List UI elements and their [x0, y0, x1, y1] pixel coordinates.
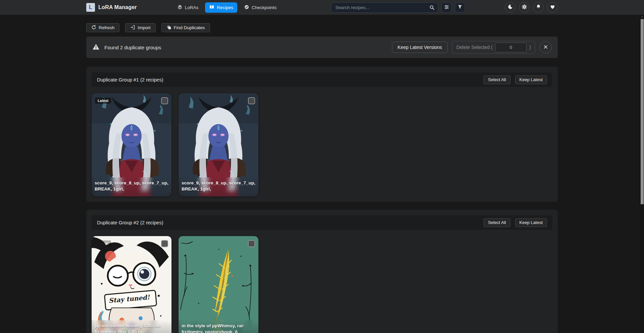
page-scrollbar[interactable]: ▲	[640, 15, 644, 333]
refresh-label: Refresh	[99, 25, 114, 30]
recipe-card[interactable]: score_9, score_8_up, score_7_up, BREAK, …	[179, 93, 258, 197]
keep-latest-versions-button[interactable]: Keep Latest Versions	[392, 42, 448, 53]
toolbar: Refresh Import Find Duplicates	[86, 23, 558, 32]
recipe-caption: score_9, score_8_up, score_7_up, BREAK, …	[179, 177, 258, 197]
delete-selected-suffix: )	[529, 45, 531, 50]
group-2-header: Duplicate Group #2 (2 recipes) Select Al…	[92, 215, 552, 230]
recipe-caption: in the style of ppWhimsy, ral-frctlgmtry…	[179, 320, 258, 333]
app-logo[interactable]: L	[86, 3, 95, 12]
group-1-title: Duplicate Group #1 (2 recipes)	[97, 77, 163, 82]
group-1-select-all-button[interactable]: Select All	[484, 75, 510, 84]
dismiss-alert-button[interactable]	[540, 41, 552, 53]
check-circle-icon	[244, 4, 249, 11]
book-icon	[209, 4, 214, 11]
notifications-button[interactable]	[533, 2, 544, 13]
top-nav: L LoRA Manager LoRAs Recipes Checkpoints	[0, 0, 644, 15]
group-1-header: Duplicate Group #1 (2 recipes) Select Al…	[92, 72, 552, 87]
group-2-select-all-button[interactable]: Select All	[484, 218, 510, 227]
latest-badge: Latest	[95, 240, 111, 246]
layers-icon	[177, 4, 183, 11]
recipe-caption: pp-enchanted-whimsy:0.90 ral-frctlgmtry_…	[92, 320, 171, 333]
scrollbar-thumb[interactable]	[641, 19, 644, 204]
recipe-image-cat	[92, 236, 171, 333]
search-icon[interactable]	[429, 5, 435, 12]
import-label: Import	[138, 25, 150, 30]
duplicate-group-2: Duplicate Group #2 (2 recipes) Select Al…	[86, 210, 558, 333]
heart-icon	[550, 4, 555, 11]
lora-manager-app: L LoRA Manager LoRAs Recipes Checkpoints	[0, 0, 644, 333]
refresh-icon	[91, 25, 96, 31]
sliders-icon	[444, 4, 449, 11]
recipe-card[interactable]: Latest score_9, score_8_up, score_7_up, …	[92, 93, 171, 197]
recipe-checkbox[interactable]	[248, 240, 255, 247]
favorites-button[interactable]	[547, 2, 558, 13]
main-content: Refresh Import Find Duplicates Found 2 d…	[86, 23, 558, 333]
group-1-keep-latest-button[interactable]: Keep Latest	[515, 75, 547, 84]
import-button[interactable]: Import	[125, 23, 155, 32]
bell-icon	[536, 4, 541, 11]
recipe-checkbox[interactable]	[248, 97, 255, 104]
find-duplicates-button[interactable]: Find Duplicates	[161, 23, 210, 32]
nav-checkpoints[interactable]: Checkpoints	[240, 2, 281, 13]
scrollbar-up-arrow[interactable]: ▲	[640, 15, 644, 18]
alert-message: Found 2 duplicate groups	[104, 45, 161, 50]
duplicate-group-1: Duplicate Group #1 (2 recipes) Select Al…	[86, 67, 558, 202]
nav-recipes[interactable]: Recipes	[205, 2, 237, 13]
app-title: LoRA Manager	[98, 4, 137, 10]
nav-actions	[505, 2, 558, 13]
duplicate-icon	[166, 25, 171, 31]
delete-count-input[interactable]	[495, 43, 527, 52]
recipe-caption: score_9, score_8_up, score_7_up, BREAK, …	[92, 177, 171, 197]
settings-button[interactable]	[519, 2, 530, 13]
recipe-card[interactable]: in the style of ppWhimsy, ral-frctlgmtry…	[179, 236, 258, 333]
nav-recipes-label: Recipes	[217, 5, 233, 10]
nav-loras[interactable]: LoRAs	[173, 2, 203, 13]
group-2-title: Duplicate Group #2 (2 recipes)	[97, 220, 163, 225]
group-2-cards: Latest Stay tuned! pp-enchanted-whimsy:0…	[92, 236, 552, 333]
recipe-card[interactable]: Latest Stay tuned! pp-enchanted-whimsy:0…	[92, 236, 171, 333]
warning-icon	[92, 43, 100, 52]
group-2-keep-latest-button[interactable]: Keep Latest	[515, 218, 547, 227]
nav-loras-label: LoRAs	[185, 5, 199, 10]
funnel-icon	[457, 4, 462, 10]
import-icon	[130, 25, 135, 31]
theme-toggle-button[interactable]	[505, 2, 515, 13]
group-1-cards: Latest score_9, score_8_up, score_7_up, …	[92, 93, 552, 197]
refresh-button[interactable]: Refresh	[86, 23, 119, 32]
filter-button[interactable]	[455, 2, 465, 13]
sort-options-button[interactable]	[441, 2, 452, 13]
gear-icon	[522, 4, 527, 11]
search-input[interactable]	[331, 2, 438, 13]
recipe-image-feather	[179, 236, 258, 333]
delete-selected-prefix: Delete Selected (	[456, 45, 492, 50]
brand[interactable]: L LoRA Manager	[86, 3, 137, 12]
delete-selected-button[interactable]: Delete Selected ( )	[452, 41, 535, 54]
latest-badge: Latest	[95, 98, 111, 104]
close-icon	[543, 45, 548, 50]
recipe-checkbox[interactable]	[161, 240, 168, 247]
moon-icon	[507, 4, 513, 11]
main-nav: LoRAs Recipes Checkpoints	[173, 2, 281, 13]
recipe-checkbox[interactable]	[161, 97, 168, 104]
find-duplicates-label: Find Duplicates	[174, 25, 205, 30]
duplicates-alert-banner: Found 2 duplicate groups Keep Latest Ver…	[86, 37, 558, 58]
search-area	[331, 2, 465, 13]
nav-checkpoints-label: Checkpoints	[252, 5, 277, 10]
